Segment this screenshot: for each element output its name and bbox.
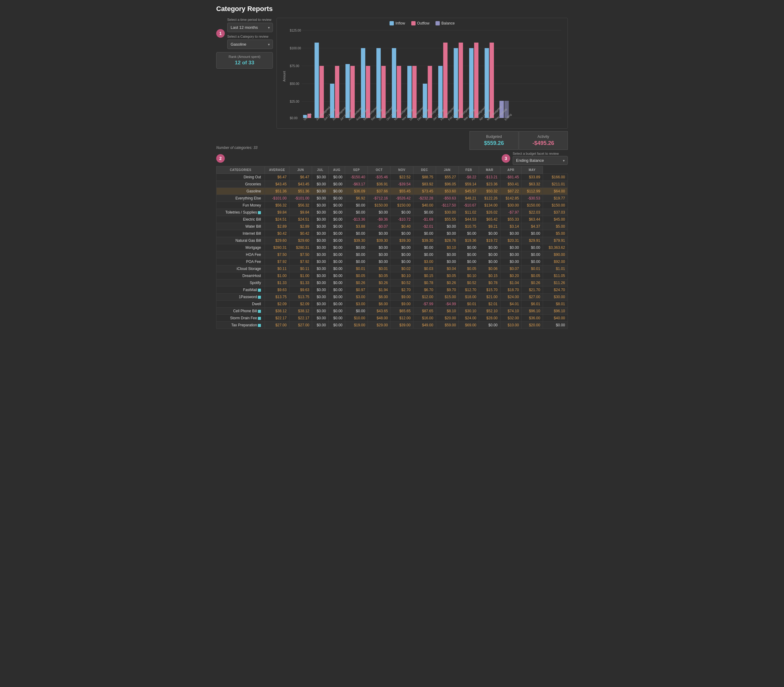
cell-jan: $0.00: [458, 230, 479, 237]
cell-category-name: 1Password: [217, 294, 265, 301]
cell-may: $45.00: [543, 216, 567, 223]
cell-jan: $0.00: [458, 251, 479, 258]
cell-oct: $22.52: [390, 174, 413, 181]
cell-aug: $0.05: [345, 273, 368, 279]
cell-jan: -$8.22: [458, 174, 479, 181]
table-row: 1Password$13.75$13.75$0.00$0.00$3.00$6.0…: [217, 294, 568, 301]
cell-jun: $0.00: [312, 237, 328, 244]
cell-may: $24.70: [543, 286, 567, 294]
cell-jun: $0.00: [312, 301, 328, 307]
cell-aug: $0.26: [345, 279, 368, 286]
cell-aug: -$150.40: [345, 174, 368, 181]
cell-feb: $0.00: [479, 244, 500, 251]
cell-sep: $0.00: [368, 244, 390, 251]
facet-select[interactable]: Ending Balance Budgeted Activity: [513, 156, 568, 165]
bar-chart-svg: $125.00 $100.00 $75.00 $50.00 $25.00 $0.…: [280, 27, 564, 125]
cell-may: $40.00: [543, 315, 567, 322]
cell-aug: $0.00: [345, 230, 368, 237]
cell-aug: $0.00: [345, 251, 368, 258]
cell-jul: $0.00: [329, 273, 345, 279]
cell-jul: $0.00: [329, 258, 345, 265]
cell-jun: $0.00: [312, 279, 328, 286]
cell-jun: $0.00: [312, 315, 328, 322]
table-row: Electric Bill$24.51$24.51$0.00$0.00-$13.…: [217, 216, 568, 223]
table-row: FastMail$9.63$9.63$0.00$0.00$0.97$1.94$2…: [217, 286, 568, 294]
svg-rect-32: [443, 43, 448, 118]
cell-sep: $0.00: [368, 209, 390, 216]
cell-category-name: Dwell: [217, 301, 265, 307]
cell-sep: -$9.36: [368, 216, 390, 223]
table-row: Fun Money$56.32$56.32$0.00$0.00$0.00$150…: [217, 202, 568, 209]
flag-icon: [258, 296, 261, 299]
step-badge-2: 2: [216, 154, 225, 163]
table-row: Tax Preparation$27.00$27.00$0.00$0.00$19…: [217, 322, 568, 329]
cell-may: $79.91: [543, 237, 567, 244]
cell-jan: $0.52: [458, 279, 479, 286]
cell-oct: $0.10: [390, 273, 413, 279]
cell-aug: $3.00: [345, 294, 368, 301]
cell-may: $92.00: [543, 258, 567, 265]
cell-mar: $1.04: [500, 279, 522, 286]
cell-jul: $0.00: [329, 181, 345, 188]
cell-jul: $0.00: [329, 237, 345, 244]
svg-text:$0.00: $0.00: [290, 117, 298, 120]
cell-avg: $1.00: [289, 273, 312, 279]
cell-average: $9.63: [265, 286, 289, 294]
cell-jul: $0.00: [329, 301, 345, 307]
table-row: Storm Drain Fee$22.17$22.17$0.00$0.00$10…: [217, 315, 568, 322]
cell-aug: $3.88: [345, 223, 368, 230]
cell-mar: $87.22: [500, 188, 522, 195]
cell-avg: $13.75: [289, 294, 312, 301]
table-row: Mortgage$280.31$280.31$0.00$0.00$0.00$0.…: [217, 244, 568, 251]
col-header-jan: JAN: [436, 166, 458, 174]
cell-nov: -$7.99: [413, 301, 436, 307]
cell-nov: $88.75: [413, 174, 436, 181]
cell-aug: $0.00: [345, 258, 368, 265]
time-period-select[interactable]: Last 12 months Last 6 months This year L…: [227, 23, 273, 32]
cell-average: $7.50: [265, 251, 289, 258]
cell-dec: $0.04: [436, 265, 458, 273]
cell-sep: -$712.16: [368, 195, 390, 202]
chart-area: Inflow Outflow Balance $125.00 $100.00 $…: [277, 18, 568, 129]
table-row: Gasoline$51.36$51.36$0.00$0.00$36.09$37.…: [217, 188, 568, 195]
cell-category-name: Mortgage: [217, 244, 265, 251]
left-panel: 1 Select a time period to review Last 12…: [216, 18, 273, 129]
cell-jun: $0.00: [312, 202, 328, 209]
cell-jan: $0.10: [458, 273, 479, 279]
cell-sep: $0.05: [368, 273, 390, 279]
cell-jul: $0.00: [329, 174, 345, 181]
cell-average: $56.32: [265, 202, 289, 209]
cell-aug: $3.00: [345, 301, 368, 307]
cell-avg: $43.45: [289, 181, 312, 188]
flag-icon: [258, 324, 261, 327]
cell-sep: $0.26: [368, 279, 390, 286]
cell-jul: $0.00: [329, 202, 345, 209]
cell-sep: -$0.07: [368, 223, 390, 230]
cell-oct: $0.00: [390, 244, 413, 251]
category-select[interactable]: Gasoline Groceries Dining Out Everything…: [227, 39, 273, 49]
legend-balance: Balance: [435, 21, 454, 25]
cell-may: $1.01: [543, 265, 567, 273]
cell-mar: -$81.45: [500, 174, 522, 181]
cell-jul: $0.00: [329, 322, 345, 329]
cell-jul: $0.00: [329, 279, 345, 286]
cell-may: $0.00: [543, 322, 567, 329]
cell-aug: $0.01: [345, 265, 368, 273]
cell-average: $38.12: [265, 307, 289, 315]
cell-category-name: Everything Else: [217, 195, 265, 202]
cell-sep: $1.94: [368, 286, 390, 294]
cell-jan: $0.01: [458, 301, 479, 307]
cell-avg: $9.63: [289, 286, 312, 294]
cell-apr: $63.32: [522, 181, 543, 188]
num-categories: Number of categories: 33: [216, 146, 258, 150]
cell-jun: $0.00: [312, 244, 328, 251]
cell-sep: $37.66: [368, 188, 390, 195]
cell-aug: $0.00: [345, 307, 368, 315]
svg-rect-15: [315, 43, 319, 118]
cell-sep: $0.00: [368, 258, 390, 265]
cell-oct: $0.00: [390, 230, 413, 237]
cell-oct: $9.00: [390, 301, 413, 307]
cell-dec: $0.00: [436, 251, 458, 258]
svg-text:$100.00: $100.00: [290, 46, 301, 50]
cell-mar: $55.33: [500, 216, 522, 223]
